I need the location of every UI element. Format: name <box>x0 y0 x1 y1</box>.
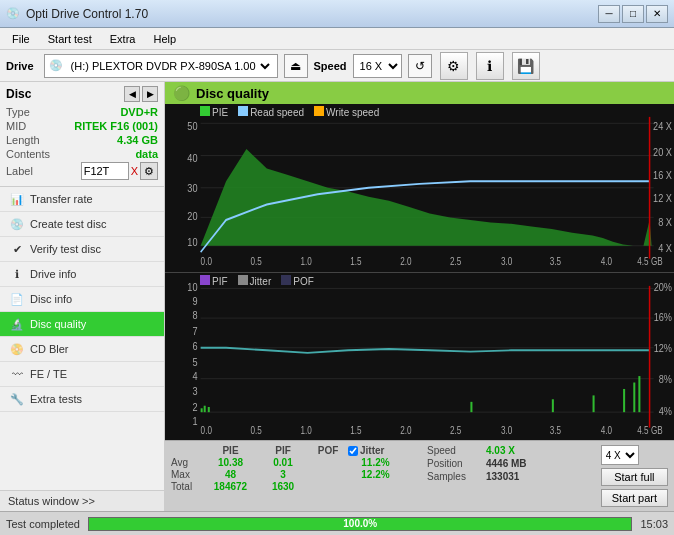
svg-text:0.0: 0.0 <box>201 425 212 436</box>
controls-panel: 4 X Start full Start part <box>601 445 668 507</box>
disc-type-row: Type DVD+R <box>6 106 158 118</box>
svg-text:2: 2 <box>192 400 197 412</box>
disc-length-value: 4.34 GB <box>117 134 158 146</box>
sidebar-item-label-drive-info: Drive info <box>30 268 76 280</box>
disc-length-label: Length <box>6 134 40 146</box>
sidebar-item-cd-bler[interactable]: 📀 CD Bler <box>0 337 164 362</box>
disc-quality-title: Disc quality <box>196 86 269 101</box>
sidebar-item-drive-info[interactable]: ℹ Drive info <box>0 262 164 287</box>
svg-text:0.5: 0.5 <box>251 425 262 436</box>
speed-row: Speed 4.03 X <box>427 445 527 456</box>
start-full-button[interactable]: Start full <box>601 468 668 486</box>
status-text: Test completed <box>6 518 80 530</box>
sidebar-item-disc-info[interactable]: 📄 Disc info <box>0 287 164 312</box>
legend-pif: PIF <box>200 275 228 287</box>
stats-pif-max: 3 <box>258 469 308 480</box>
test-speed-dropdown[interactable]: 4 X <box>601 445 639 465</box>
svg-text:24 X: 24 X <box>653 120 672 132</box>
settings-button[interactable]: ⚙ <box>440 52 468 80</box>
disc-quality-header-icon: 🟢 <box>173 85 190 101</box>
svg-text:3.0: 3.0 <box>501 256 512 267</box>
drive-dropdown[interactable]: (H:) PLEXTOR DVDR PX-890SA 1.00 <box>67 59 273 73</box>
svg-text:1: 1 <box>192 415 197 427</box>
svg-text:8%: 8% <box>659 372 672 384</box>
legend-pie: PIE <box>200 106 228 118</box>
stats-pie-total: 184672 <box>203 481 258 492</box>
svg-text:20 X: 20 X <box>653 146 672 158</box>
position-label: Position <box>427 458 482 469</box>
drive-info-icon: ℹ <box>10 267 24 281</box>
disc-length-row: Length 4.34 GB <box>6 134 158 146</box>
eject-button[interactable]: ⏏ <box>284 54 308 78</box>
sidebar-item-label-extra-tests: Extra tests <box>30 393 82 405</box>
svg-rect-59 <box>204 405 206 411</box>
svg-text:4.0: 4.0 <box>601 425 612 436</box>
svg-text:10: 10 <box>187 281 197 293</box>
chart-area: PIE Read speed Write speed 50 40 30 20 1… <box>165 104 674 440</box>
disc-quality-header: 🟢 Disc quality <box>165 82 674 104</box>
sidebar-item-verify-test-disc[interactable]: ✔ Verify test disc <box>0 237 164 262</box>
status-bar: Test completed 100.0% 15:03 <box>0 511 674 535</box>
menu-extra[interactable]: Extra <box>102 31 144 47</box>
svg-text:4.0: 4.0 <box>601 256 612 267</box>
sidebar-item-extra-tests[interactable]: 🔧 Extra tests <box>0 387 164 412</box>
disc-next-button[interactable]: ▶ <box>142 86 158 102</box>
svg-text:3: 3 <box>192 385 197 397</box>
close-button[interactable]: ✕ <box>646 5 668 23</box>
disc-prev-button[interactable]: ◀ <box>124 86 140 102</box>
menu-help[interactable]: Help <box>145 31 184 47</box>
svg-text:6: 6 <box>192 340 197 352</box>
speed-dropdown[interactable]: 16 X <box>353 54 402 78</box>
sidebar-item-transfer-rate[interactable]: 📊 Transfer rate <box>0 187 164 212</box>
sidebar-item-create-test-disc[interactable]: 💿 Create test disc <box>0 212 164 237</box>
disc-label-row: Label X ⚙ <box>6 162 158 180</box>
sidebar-item-label-cd-bler: CD Bler <box>30 343 69 355</box>
disc-label-input[interactable] <box>81 162 129 180</box>
svg-text:0.5: 0.5 <box>251 256 262 267</box>
disc-label-settings-button[interactable]: ⚙ <box>140 162 158 180</box>
legend-write-speed: Write speed <box>314 106 379 118</box>
stats-jitter-max: 12.2% <box>348 469 403 480</box>
status-time: 15:03 <box>640 518 668 530</box>
start-part-button[interactable]: Start part <box>601 489 668 507</box>
stats-avg-label: Avg <box>171 457 203 468</box>
svg-text:9: 9 <box>192 295 197 307</box>
cd-bler-icon: 📀 <box>10 342 24 356</box>
sidebar-item-disc-quality[interactable]: 🔬 Disc quality <box>0 312 164 337</box>
content-area: 🟢 Disc quality PIE Read speed Write spee… <box>165 82 674 511</box>
stats-pie-avg: 10.38 <box>203 457 258 468</box>
legend-jitter: Jitter <box>238 275 272 287</box>
disc-label-clear-button[interactable]: X <box>131 165 138 177</box>
svg-text:8: 8 <box>192 309 197 321</box>
samples-value: 133031 <box>486 471 519 482</box>
status-window-button[interactable]: Status window >> <box>0 490 164 511</box>
save-button[interactable]: 💾 <box>512 52 540 80</box>
minimize-button[interactable]: ─ <box>598 5 620 23</box>
svg-rect-63 <box>593 395 595 412</box>
disc-mid-label: MID <box>6 120 26 132</box>
menu-file[interactable]: File <box>4 31 38 47</box>
jitter-checkbox[interactable] <box>348 446 358 456</box>
sidebar-item-fe-te[interactable]: 〰 FE / TE <box>0 362 164 387</box>
menu-start-test[interactable]: Start test <box>40 31 100 47</box>
samples-row: Samples 133031 <box>427 471 527 482</box>
disc-mid-row: MID RITEK F16 (001) <box>6 120 158 132</box>
top-chart-svg: 50 40 30 20 10 24 X 20 X 16 X 12 X 8 X 4… <box>165 104 674 272</box>
stats-pie-max: 48 <box>203 469 258 480</box>
stats-jitter-avg: 11.2% <box>348 457 403 468</box>
disc-label-input-row: X ⚙ <box>81 162 158 180</box>
speed-label: Speed <box>314 60 347 72</box>
maximize-button[interactable]: □ <box>622 5 644 23</box>
stats-table: PIE PIF POF Jitter Avg 10.38 0.01 11.2% <box>171 445 411 492</box>
create-test-disc-icon: 💿 <box>10 217 24 231</box>
info-button[interactable]: ℹ <box>476 52 504 80</box>
position-row: Position 4446 MB <box>427 458 527 469</box>
disc-title: Disc <box>6 87 31 101</box>
fe-te-icon: 〰 <box>10 367 24 381</box>
refresh-button[interactable]: ↺ <box>408 54 432 78</box>
svg-rect-66 <box>638 376 640 412</box>
title-bar-left: 💿 Opti Drive Control 1.70 <box>6 7 148 21</box>
stats-pie-header: PIE <box>203 445 258 456</box>
svg-text:2.5: 2.5 <box>450 256 461 267</box>
position-value: 4446 MB <box>486 458 527 469</box>
